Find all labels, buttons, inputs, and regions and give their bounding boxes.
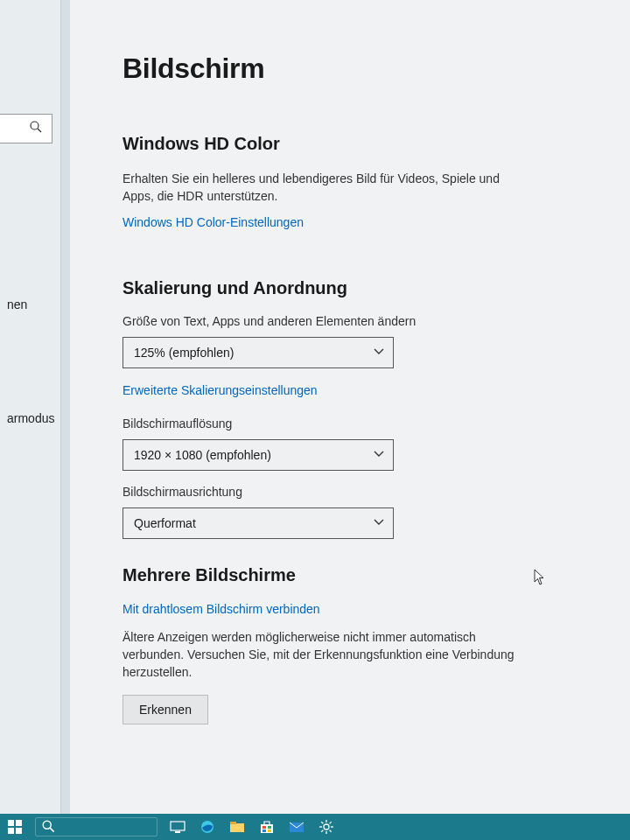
search-icon bbox=[29, 120, 43, 137]
svg-rect-2 bbox=[8, 820, 14, 826]
text-size-value: 125% (empfohlen) bbox=[134, 346, 234, 360]
chevron-down-icon bbox=[374, 346, 384, 360]
mail-icon[interactable] bbox=[287, 817, 306, 836]
svg-line-26 bbox=[321, 830, 323, 832]
search-input[interactable] bbox=[0, 114, 52, 144]
svg-rect-17 bbox=[268, 830, 271, 832]
task-view-icon[interactable] bbox=[168, 817, 187, 836]
multi-desc: Ältere Anzeigen werden möglicherweise ni… bbox=[122, 628, 525, 682]
resolution-label: Bildschirmauflösung bbox=[122, 416, 595, 430]
settings-icon[interactable] bbox=[317, 817, 336, 836]
hdcolor-desc: Erhalten Sie ein helleres und lebendiger… bbox=[122, 170, 525, 206]
resolution-dropdown[interactable]: 1920 × 1080 (empfohlen) bbox=[122, 439, 394, 471]
scaling-section: Skalierung und Anordnung Größe von Text,… bbox=[122, 278, 595, 539]
taskbar-search[interactable] bbox=[35, 817, 158, 836]
taskbar bbox=[0, 814, 630, 840]
wireless-display-link[interactable]: Mit drahtlosem Bildschirm verbinden bbox=[122, 602, 320, 616]
store-icon[interactable] bbox=[257, 817, 276, 836]
svg-line-7 bbox=[50, 828, 54, 832]
svg-rect-15 bbox=[268, 826, 271, 829]
chevron-down-icon bbox=[374, 516, 384, 530]
svg-line-25 bbox=[330, 830, 332, 832]
chevron-down-icon bbox=[374, 448, 384, 462]
multi-heading: Mehrere Bildschirme bbox=[122, 565, 595, 585]
settings-main: Bildschirm Windows HD Color Erhalten Sie… bbox=[70, 0, 630, 814]
svg-rect-5 bbox=[16, 828, 22, 834]
svg-rect-4 bbox=[8, 828, 14, 834]
orientation-label: Bildschirmausrichtung bbox=[122, 485, 595, 499]
text-size-dropdown[interactable]: 125% (empfohlen) bbox=[122, 337, 394, 368]
orientation-value: Querformat bbox=[134, 516, 196, 530]
svg-rect-3 bbox=[16, 820, 22, 826]
sidebar-nav-item[interactable]: armodus bbox=[7, 411, 54, 425]
svg-line-27 bbox=[330, 822, 332, 823]
svg-rect-11 bbox=[230, 823, 244, 832]
svg-rect-14 bbox=[262, 826, 266, 829]
text-size-label: Größe von Text, Apps und anderen Element… bbox=[122, 314, 595, 328]
svg-rect-8 bbox=[171, 822, 185, 830]
explorer-icon[interactable] bbox=[228, 817, 247, 836]
hdcolor-section: Windows HD Color Erhalten Sie ein heller… bbox=[122, 134, 595, 256]
sidebar-nav-item[interactable]: nen bbox=[7, 298, 27, 312]
svg-line-1 bbox=[38, 129, 41, 132]
hdcolor-heading: Windows HD Color bbox=[122, 134, 595, 154]
cursor-icon bbox=[534, 569, 546, 586]
edge-icon[interactable] bbox=[198, 817, 217, 836]
settings-sidebar: nen armodus bbox=[0, 0, 61, 814]
advanced-scaling-link[interactable]: Erweiterte Skalierungseinstellungen bbox=[122, 383, 318, 397]
detect-button[interactable]: Erkennen bbox=[122, 695, 208, 724]
start-button[interactable] bbox=[5, 817, 24, 836]
multi-display-section: Mehrere Bildschirme Mit drahtlosem Bilds… bbox=[122, 565, 595, 725]
svg-line-24 bbox=[321, 822, 323, 823]
svg-point-0 bbox=[31, 122, 38, 130]
svg-rect-9 bbox=[175, 831, 180, 833]
resolution-value: 1920 × 1080 (empfohlen) bbox=[134, 448, 271, 462]
page-title: Bildschirm bbox=[122, 52, 595, 85]
svg-point-19 bbox=[324, 824, 329, 830]
svg-rect-16 bbox=[262, 830, 266, 832]
svg-rect-12 bbox=[230, 822, 236, 824]
svg-point-6 bbox=[43, 821, 51, 829]
scaling-heading: Skalierung und Anordnung bbox=[122, 278, 595, 298]
hdcolor-settings-link[interactable]: Windows HD Color-Einstellungen bbox=[122, 215, 304, 229]
orientation-dropdown[interactable]: Querformat bbox=[122, 508, 394, 539]
